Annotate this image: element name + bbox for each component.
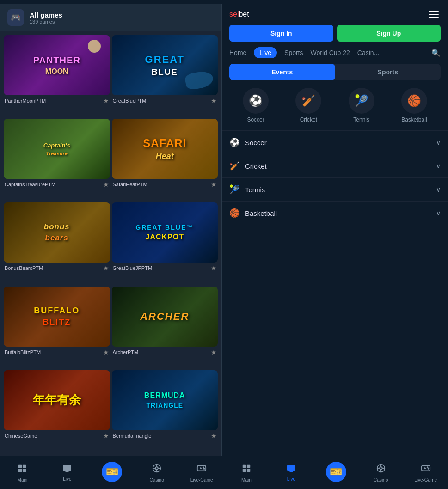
game-item-bonusbears[interactable]: bonus bears BonusBearsPTM ★ [4, 202, 110, 284]
svg-rect-2 [18, 468, 22, 471]
all-games-title: All games [30, 11, 62, 19]
nav-tab-home[interactable]: Home [229, 47, 246, 58]
tab-sports[interactable]: Sports [335, 64, 441, 80]
sport-icon-tennis[interactable]: 🎾 Tennis [349, 88, 374, 123]
livegame-icon-right [421, 463, 431, 476]
nav-livegame-right[interactable]: Live-Game [403, 456, 448, 489]
game-item-chinese[interactable]: 年年有余 ChineseGame ★ [4, 370, 110, 452]
cricket-list-label: Cricket [245, 162, 267, 170]
favorite-star-archer[interactable]: ★ [211, 348, 217, 356]
bottom-nav-right: Main Live 🎫 Casino Live-Game [224, 456, 448, 489]
nav-tab-sports[interactable]: Sports [284, 47, 303, 58]
sport-icon-basketball[interactable]: 🏀 Basketball [401, 88, 427, 123]
game-title-row-panther: PantherMoonPTM ★ [4, 95, 110, 106]
nav-casino-right[interactable]: Casino [358, 456, 403, 489]
game-name-bermuda: BermudaTriangle [113, 433, 152, 439]
game-item-greatblue[interactable]: GREAT BLUE GreatBluePTM ★ [112, 35, 218, 117]
favorite-star-greatbluejp[interactable]: ★ [211, 264, 217, 272]
sport-icon-cricket[interactable]: 🏏 Cricket [295, 88, 321, 123]
sport-list-cricket[interactable]: 🏏 Cricket ∨ [222, 154, 448, 177]
favorite-star-captains[interactable]: ★ [103, 181, 109, 188]
game-item-buffalo[interactable]: BUFFALO BLITZ BuffaloBlitzPTM ★ [4, 287, 110, 368]
game-name-chinese: ChineseGame [5, 433, 37, 439]
nav-main-left[interactable]: Main [0, 456, 45, 489]
hamburger-line-2 [429, 14, 439, 15]
game-thumb-chinese: 年年有余 [4, 370, 110, 430]
game-item-panther[interactable]: PANTHER MOON PantherMoonPTM ★ [4, 35, 110, 117]
main-icon-left [17, 463, 27, 476]
auth-buttons: Sign In Sign Up [222, 25, 448, 47]
nav-tabs: Home Live Sports World Cup 22 Casin... 🔍 [222, 47, 448, 64]
svg-point-7 [155, 467, 158, 470]
favorite-star-greatblue[interactable]: ★ [211, 97, 217, 104]
live-label-right: Live [287, 477, 295, 482]
bottom-nav-left: Main Live 🎫 Casino Live-Game [0, 456, 224, 489]
favorite-star-chinese[interactable]: ★ [103, 432, 109, 440]
nav-livegame-left[interactable]: Live-Game [179, 456, 224, 489]
left-header-text: All games 139 games [30, 11, 62, 24]
game-thumb-greatblue: GREAT BLUE [112, 35, 218, 95]
cricket-icon-circle: 🏏 [295, 88, 321, 114]
signin-button[interactable]: Sign In [229, 25, 333, 42]
sport-icon-soccer[interactable]: ⚽ Soccer [243, 88, 269, 123]
basketball-list-icon: 🏀 [229, 208, 239, 218]
left-panel: 🎮 All games 139 games PANTHER MOON Pan [0, 4, 222, 456]
top-bar [0, 0, 448, 4]
tab-events[interactable]: Events [229, 64, 335, 80]
cricket-list-icon: 🏏 [229, 161, 239, 171]
right-header: seibet [222, 4, 448, 25]
svg-point-33 [428, 468, 429, 469]
nav-tab-live[interactable]: Live [254, 47, 277, 58]
sport-list-basketball-left: 🏀 Basketball [229, 208, 277, 218]
game-thumb-bonusbears: bonus bears [4, 202, 110, 263]
ticket-icon-left: 🎫 [106, 466, 118, 478]
favorite-star-panther[interactable]: ★ [103, 97, 109, 104]
game-name-bonusbears: BonusBearsPTM [5, 265, 43, 271]
nav-casino-left[interactable]: Casino [135, 456, 179, 489]
nav-live-right[interactable]: Live [269, 456, 313, 489]
svg-rect-5 [66, 471, 69, 472]
favorite-star-bonusbears[interactable]: ★ [103, 264, 109, 272]
svg-rect-1 [23, 464, 26, 467]
soccer-list-icon: ⚽ [229, 137, 239, 147]
game-title-row-chinese: ChineseGame ★ [4, 430, 110, 441]
hamburger-menu[interactable] [427, 9, 441, 19]
sport-list-soccer[interactable]: ⚽ Soccer ∨ [222, 130, 448, 154]
svg-rect-0 [18, 464, 22, 467]
soccer-chevron-icon: ∨ [436, 139, 441, 146]
signup-button[interactable]: Sign Up [337, 25, 441, 42]
casino-icon-right [376, 463, 386, 476]
game-item-bermuda[interactable]: BERMUDA TRIANGLE BermudaTriangle ★ [112, 370, 218, 452]
favorite-star-buffalo[interactable]: ★ [103, 348, 109, 356]
ticket-icon-wrap-right: 🎫 [326, 462, 346, 482]
all-games-count: 139 games [30, 19, 62, 24]
nav-tab-casino[interactable]: Casin... [357, 47, 379, 58]
soccer-icon-circle: ⚽ [243, 88, 269, 114]
game-item-captains[interactable]: Captain's Treasure CaptainsTreasurePTM ★ [4, 119, 110, 201]
tennis-chevron-icon: ∨ [436, 186, 441, 193]
hamburger-line-1 [429, 11, 439, 12]
nav-main-right[interactable]: Main [224, 456, 269, 489]
sport-list-tennis[interactable]: 🎾 Tennis ∨ [222, 177, 448, 201]
hamburger-line-3 [429, 17, 439, 18]
soccer-list-label: Soccer [245, 139, 267, 147]
svg-point-24 [380, 467, 382, 470]
sport-list-basketball[interactable]: 🏀 Basketball ∨ [222, 201, 448, 225]
nav-ticket-right[interactable]: 🎫 [313, 456, 358, 489]
cricket-chevron-icon: ∨ [436, 162, 441, 170]
nav-ticket-left[interactable]: 🎫 [90, 456, 135, 489]
svg-rect-18 [247, 464, 250, 467]
game-thumb-panther: PANTHER MOON [4, 35, 110, 95]
nav-tab-worldcup[interactable]: World Cup 22 [311, 47, 350, 58]
search-icon[interactable]: 🔍 [431, 49, 441, 57]
game-item-archer[interactable]: ARCHER ArcherPTM ★ [112, 287, 218, 368]
game-thumb-captains: Captain's Treasure [4, 119, 110, 179]
game-title-row-bonusbears: BonusBearsPTM ★ [4, 263, 110, 274]
game-item-greatbluejp[interactable]: GREAT BLUE™ JACKPOT GreatBlueJPPTM ★ [112, 202, 218, 284]
sport-icons-row: ⚽ Soccer 🏏 Cricket 🎾 Tennis 🏀 Basketball [222, 88, 448, 130]
favorite-star-safari[interactable]: ★ [211, 181, 217, 188]
svg-rect-20 [247, 468, 250, 471]
game-item-safari[interactable]: SAFARI Heat SafariHeatPTM ★ [112, 119, 218, 201]
nav-live-left[interactable]: Live [45, 456, 90, 489]
favorite-star-bermuda[interactable]: ★ [211, 432, 217, 440]
